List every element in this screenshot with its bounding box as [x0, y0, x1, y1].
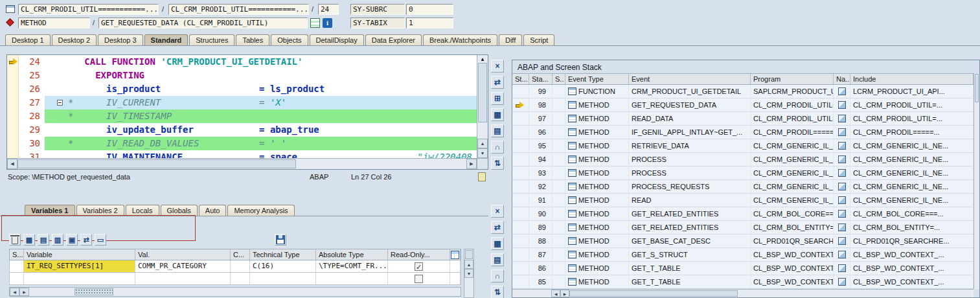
navigate-icon[interactable]: [838, 278, 846, 286]
create-variable-icon[interactable]: ▦: [23, 234, 35, 246]
code-line-29[interactable]: 29 iv_update_buffer = abap_true: [7, 123, 477, 137]
stack-navigate-cell[interactable]: [834, 207, 850, 220]
navigate-icon[interactable]: [838, 87, 846, 95]
line-number[interactable]: 30: [19, 137, 45, 150]
code-line-31[interactable]: 31 IV_MAINTENANCE = space "iw/220408: [7, 150, 477, 158]
stack-column-st[interactable]: St...: [512, 74, 529, 84]
variables-column-s[interactable]: S...: [10, 249, 24, 260]
fold-toggle-icon[interactable]: [57, 100, 63, 106]
scroll-down-icon[interactable]: ▼: [464, 269, 473, 278]
scroll-up-icon[interactable]: ▲: [477, 139, 488, 148]
variable-row-2[interactable]: [9, 273, 461, 285]
stack-navigate-cell[interactable]: [834, 235, 850, 247]
swap-panel-icon[interactable]: ⇄: [491, 221, 504, 234]
scroll-left-icon[interactable]: ◀: [7, 159, 17, 169]
sy-subrc-value[interactable]: 0: [406, 4, 453, 15]
stack-navigate-cell[interactable]: [834, 248, 850, 261]
scroll-right-icon[interactable]: ▶: [466, 159, 477, 169]
stack-row-96[interactable]: 96METHODIF_GENIL_APPL_INTLAY~GET_...CL_C…: [512, 126, 974, 139]
line-number[interactable]: 25: [19, 69, 45, 82]
delete-row-icon[interactable]: ▥: [52, 234, 63, 246]
tab-structures[interactable]: Structures: [189, 34, 234, 46]
insert-row-icon[interactable]: ▤: [38, 234, 49, 246]
scroll-down-icon[interactable]: ▼: [477, 148, 488, 158]
tab-desktop-1[interactable]: Desktop 1: [5, 34, 51, 46]
sort-icon[interactable]: ⇅: [491, 286, 504, 298]
stack-row-88[interactable]: 88METHODGET_BASE_CAT_DESCCL_PRD01QR_SEAR…: [512, 235, 974, 248]
maximize-panel-icon[interactable]: ⊞: [491, 92, 504, 105]
stack-row-93[interactable]: 93METHODPROCESSCL_CRM_GENERIC_IL_NE...CL…: [512, 166, 974, 180]
stack-column-na[interactable]: Na...: [834, 74, 850, 84]
readonly-checkbox[interactable]: [415, 275, 423, 283]
event-name-field[interactable]: GET_REQUESTED_DATA (CL_CRM_PRODIL_UTIL): [98, 17, 308, 29]
variable-name-cell[interactable]: IT_REQ_SETTYPES[1]: [24, 260, 135, 272]
variable-select-cell[interactable]: [10, 273, 24, 284]
vscroll-track[interactable]: [477, 122, 488, 139]
variable-name-cell[interactable]: [24, 273, 135, 284]
variables-column-val[interactable]: Val.: [135, 249, 231, 260]
stack-navigate-cell[interactable]: [834, 112, 850, 125]
line-number-field[interactable]: 24: [318, 4, 339, 15]
scroll-right-icon[interactable]: ▶: [560, 290, 569, 297]
stack-column-include[interactable]: Include: [850, 74, 974, 84]
tab-diff[interactable]: Diff: [499, 34, 522, 46]
stack-navigate-cell[interactable]: [834, 275, 850, 288]
line-number[interactable]: 26: [19, 82, 45, 96]
code-line-30[interactable]: 30* IV_READ_DB_VALUES = ' ': [7, 137, 477, 150]
code-line-28[interactable]: 28* IV_TIMESTAMP: [7, 109, 477, 123]
line-number[interactable]: 31: [19, 150, 45, 158]
var-tab-auto[interactable]: Auto: [199, 205, 227, 216]
line-number[interactable]: 27: [19, 96, 45, 109]
event-kind-field[interactable]: METHOD: [18, 17, 90, 29]
stack-row-89[interactable]: 89METHODGET_RELATED_ENTITIESCL_CRM_BOL_E…: [512, 221, 974, 235]
code-line-26[interactable]: 26 is_product = ls_product: [7, 82, 477, 96]
sort-icon[interactable]: ⇅: [491, 157, 504, 170]
var-tab-variables-1[interactable]: Variables 1: [25, 205, 75, 216]
stack-column-event-type[interactable]: Event Type: [565, 74, 629, 84]
navigate-icon[interactable]: [838, 101, 846, 109]
scroll-up-icon[interactable]: ▲: [464, 260, 473, 269]
close-panel-icon[interactable]: ×: [491, 60, 504, 73]
stack-navigate-cell[interactable]: [834, 194, 850, 207]
stack-column-s[interactable]: S..: [553, 74, 565, 84]
stack-row-98[interactable]: 98METHODGET_REQUESTED_DATACL_CRM_PRODIL_…: [512, 98, 974, 112]
variables-column-variable[interactable]: Variable: [24, 249, 135, 260]
variables-horizontal-scrollbar[interactable]: ◀ ▶: [9, 287, 461, 297]
table-view-icon[interactable]: ▦: [491, 237, 504, 250]
save-layout-icon[interactable]: [275, 234, 286, 246]
select-layout-icon[interactable]: [451, 251, 459, 259]
variables-column-read-only[interactable]: Read-Only...: [388, 249, 450, 260]
navigate-icon[interactable]: [838, 264, 846, 272]
editor-horizontal-scrollbar[interactable]: ◀ ▶: [7, 158, 488, 169]
navigate-icon[interactable]: [838, 210, 846, 218]
scroll-right-icon[interactable]: ▶: [19, 288, 29, 296]
navigate-icon[interactable]: [838, 237, 846, 245]
stack-navigate-cell[interactable]: [834, 153, 850, 166]
tab-objects[interactable]: Objects: [271, 34, 308, 46]
stack-navigate-cell[interactable]: [834, 139, 850, 152]
source-code-editor[interactable]: 24 CALL FUNCTION 'CRM_PRODUCT_UI_GETDETA…: [6, 54, 488, 170]
sy-tabix-value[interactable]: 1: [406, 17, 453, 29]
variable-select-cell[interactable]: [10, 260, 24, 272]
stack-row-92[interactable]: 92METHODPROCESS_REQUESTSCL_CRM_GENERIC_I…: [512, 180, 974, 194]
delete-variables-icon[interactable]: [9, 234, 21, 246]
compare-variables-icon[interactable]: ▣: [66, 234, 78, 246]
code-line-25[interactable]: 25 EXPORTING: [7, 69, 477, 82]
swap-variables-icon[interactable]: ⇄: [80, 234, 92, 246]
detail-view-icon[interactable]: ▤: [491, 253, 504, 266]
stack-row-94[interactable]: 94METHODPROCESSCL_CRM_GENERIC_IL_NE...CL…: [512, 153, 974, 166]
hscroll-thumb[interactable]: [569, 290, 738, 297]
line-number[interactable]: 24: [19, 55, 45, 69]
stack-vertical-scrollbar[interactable]: [974, 73, 979, 289]
var-tab-variables-2[interactable]: Variables 2: [76, 205, 124, 216]
stack-row-86[interactable]: 86METHODGET_T_TABLECL_BSP_WD_CONTEXT_...…: [512, 262, 974, 275]
editor-vertical-scrollbar[interactable]: ▲ ▲ ▼: [477, 55, 488, 158]
close-panel-icon[interactable]: ×: [491, 205, 504, 218]
line-number[interactable]: 28: [19, 109, 45, 123]
code-line-24[interactable]: 24 CALL FUNCTION 'CRM_PRODUCT_UI_GETDETA…: [7, 55, 477, 69]
readonly-checkbox[interactable]: ✓: [415, 262, 423, 271]
variables-column-c[interactable]: C...: [231, 249, 250, 260]
stack-row-90[interactable]: 90METHODGET_RELATED_ENTITIESCL_CRM_BOL_C…: [512, 207, 974, 221]
navigate-icon[interactable]: [838, 224, 846, 231]
stack-navigate-cell[interactable]: [834, 180, 850, 193]
